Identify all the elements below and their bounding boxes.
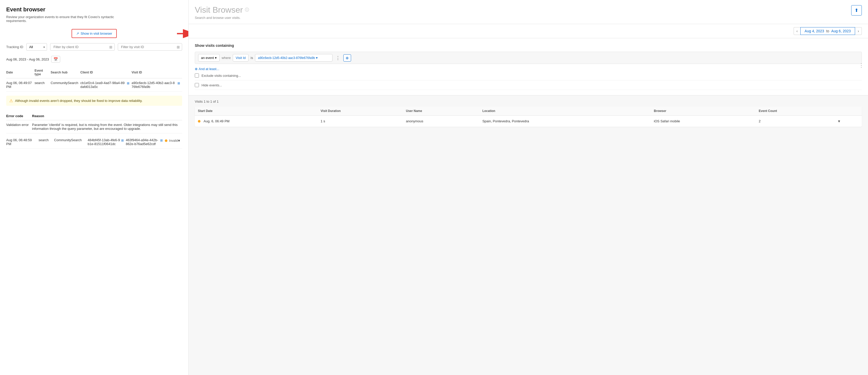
exclude-checkbox[interactable] bbox=[195, 74, 199, 78]
copy-client-id-icon[interactable]: ⊞ bbox=[127, 82, 129, 85]
where-label: where bbox=[222, 56, 231, 60]
visit-browser-title: Visit Browser ⓘ bbox=[195, 5, 249, 15]
event-table-2: Aug 06, 06:48:59 PM search CommunitySear… bbox=[6, 136, 182, 149]
and-at-least-row[interactable]: ⊕ And at least... bbox=[195, 67, 862, 71]
date-to: Aug 6, 2023 bbox=[831, 29, 851, 33]
table-row: Aug 06, 06:48:59 PM search CommunitySear… bbox=[6, 136, 182, 149]
external-link-icon: ↗ bbox=[76, 32, 79, 35]
right-header: Visit Browser ⓘ Search and browse user v… bbox=[189, 0, 868, 24]
col-search-hub: Search hub bbox=[51, 67, 80, 78]
cell-client-id-2: 484bf45f-13ab-4fe6-9b1e-81511f0641dc ⊞ bbox=[88, 136, 126, 149]
error-section: Error code Reason Validation error Param… bbox=[6, 112, 182, 134]
status-dot bbox=[165, 139, 167, 142]
copy-visit-id-icon-2[interactable]: ⊞ bbox=[160, 139, 163, 142]
exclude-label[interactable]: Exclude visits containing... bbox=[202, 74, 241, 78]
cell-search-hub-2: CommunitySearch bbox=[54, 136, 88, 149]
date-range-display: Aug 4, 2023 to Aug 6, 2023 bbox=[800, 27, 855, 35]
results-section: Visits 1 to 1 of 1 Start Date Visit Dura… bbox=[189, 95, 868, 375]
date-next-button[interactable]: › bbox=[855, 27, 862, 35]
visit-id-filter-input[interactable] bbox=[120, 44, 177, 51]
result-event-count: 2 bbox=[755, 116, 835, 127]
field-dropdown[interactable]: Visit Id bbox=[233, 54, 249, 62]
results-col-browser: Browser bbox=[651, 107, 755, 116]
exclude-checkbox-row: Exclude visits containing... bbox=[195, 71, 862, 81]
value-dropdown[interactable]: a90c6ecb-12d5-40b2-aac3-876fe676fa9b ▾ bbox=[255, 54, 333, 62]
panel-more-options-button[interactable]: ⋮ bbox=[859, 62, 864, 68]
result-expand-button[interactable]: ▾ bbox=[838, 119, 840, 124]
date-from: Aug 4, 2023 bbox=[805, 29, 824, 33]
client-filter-icon[interactable]: ⊞ bbox=[109, 45, 113, 49]
date-prev-button[interactable]: ‹ bbox=[794, 27, 800, 35]
more-options-button[interactable]: ⋮ bbox=[335, 55, 341, 61]
cell-visit-id: a90c6ecb-12d5-40b2-aac3-876fe676fa9b ⊞ bbox=[131, 78, 182, 91]
event-type-dropdown[interactable]: an event ▾ bbox=[198, 54, 220, 62]
hide-events-checkbox[interactable] bbox=[195, 83, 199, 87]
show-visit-btn-row: ↗ Show in visit browser bbox=[6, 29, 182, 38]
table-row: Aug 06, 06:49:07 PM search CommunitySear… bbox=[6, 78, 182, 91]
error-col-code: Error code bbox=[6, 112, 32, 120]
show-visit-btn-label: Show in visit browser bbox=[81, 32, 112, 35]
visit-browser-panel: Visit Browser ⓘ Search and browse user v… bbox=[189, 0, 868, 375]
value-dropdown-arrow: ▾ bbox=[316, 56, 318, 60]
filters-row: Tracking ID All ⊞ ⊞ bbox=[6, 43, 182, 51]
results-col-duration: Visit Duration bbox=[317, 107, 403, 116]
cell-date: Aug 06, 06:49:07 PM bbox=[6, 78, 35, 91]
show-visit-browser-button[interactable]: ↗ Show in visit browser bbox=[71, 29, 117, 38]
error-table: Error code Reason Validation error Param… bbox=[6, 112, 182, 134]
copy-client-id-icon-2[interactable]: ⊞ bbox=[121, 139, 124, 142]
expand-button[interactable]: ▾ bbox=[178, 138, 180, 143]
client-id-filter-input[interactable] bbox=[53, 44, 109, 51]
results-col-username: User Name bbox=[403, 107, 479, 116]
page-subtitle: Review your organization events to ensur… bbox=[6, 15, 135, 23]
result-duration: 1 s bbox=[317, 116, 403, 127]
status-label: Invalid bbox=[169, 139, 178, 143]
date-range-row: Aug 06, 2023 - Aug 06, 2023 📅 bbox=[6, 56, 182, 63]
results-count: Visits 1 to 1 of 1 bbox=[195, 99, 862, 104]
filter-condition-row: an event ▾ where Visit Id is a90c6ecb-12… bbox=[195, 52, 862, 64]
cell-client-id: cb1ef2c4-1ea9-4ad7-98a4-89dafd013a5c ⊞ bbox=[80, 78, 131, 91]
export-button[interactable]: ⬆ bbox=[851, 5, 862, 16]
add-filter-button[interactable]: ⊕ bbox=[343, 54, 351, 62]
page-title: Event browser bbox=[6, 6, 182, 13]
result-expand-cell: ▾ bbox=[835, 116, 862, 127]
hide-events-label[interactable]: Hide events... bbox=[202, 83, 222, 87]
event-browser-panel: Event browser Review your organization e… bbox=[0, 0, 189, 375]
result-browser: iOS Safari mobile bbox=[651, 116, 755, 127]
result-start-date: Aug. 6, 06:49 PM bbox=[195, 116, 317, 127]
date-nav-row: ‹ Aug 4, 2023 to Aug 6, 2023 › bbox=[189, 24, 868, 38]
copy-visit-id-icon[interactable]: ⊞ bbox=[178, 82, 180, 85]
results-table: Start Date Visit Duration User Name Loca… bbox=[195, 107, 862, 127]
visit-filter-icon[interactable]: ⊞ bbox=[177, 45, 180, 49]
results-col-start-date: Start Date bbox=[195, 107, 317, 116]
right-title-area: Visit Browser ⓘ Search and browse user v… bbox=[195, 5, 249, 20]
cell-visit-id-2: 463f9464-a94e-442b-862e-b76ad5e62cdf ⊞ bbox=[126, 136, 165, 149]
arrow-indicator bbox=[177, 29, 189, 38]
result-row: Aug. 6, 06:49 PM 1 s anonymous Spain, Po… bbox=[195, 116, 862, 127]
warning-box: ⚠ Although invalid events aren't dropped… bbox=[6, 96, 182, 106]
filter-value: a90c6ecb-12d5-40b2-aac3-876fe676fa9b bbox=[258, 56, 315, 60]
col-event-type: Event type bbox=[35, 67, 51, 78]
info-icon[interactable]: ⓘ bbox=[245, 7, 249, 13]
error-code: Validation error bbox=[6, 120, 32, 134]
calendar-button[interactable]: 📅 bbox=[51, 56, 60, 63]
visit-id-filter-wrap: ⊞ bbox=[118, 43, 182, 51]
export-icon: ⬆ bbox=[855, 7, 859, 13]
add-circle-icon: ⊕ bbox=[195, 67, 197, 71]
col-date: Date bbox=[6, 67, 35, 78]
date-to-separator: to bbox=[826, 29, 829, 33]
hide-events-checkbox-row: Hide events... bbox=[195, 81, 862, 90]
col-visit-id: Visit ID bbox=[131, 67, 182, 78]
tracking-id-select[interactable]: All bbox=[26, 43, 47, 51]
result-username: anonymous bbox=[403, 116, 479, 127]
result-status-dot bbox=[198, 120, 200, 123]
event-type-label: an event bbox=[201, 56, 214, 60]
cell-event-type: search bbox=[35, 78, 51, 91]
event-dropdown-arrow: ▾ bbox=[215, 56, 217, 60]
error-table-row: Validation error Parameter 'clientId' is… bbox=[6, 120, 182, 134]
operator-label: is bbox=[251, 56, 253, 60]
tracking-id-select-wrap[interactable]: All bbox=[26, 43, 47, 51]
event-table: Date Event type Search hub Client ID Vis… bbox=[6, 67, 182, 91]
cell-event-type-2: search bbox=[38, 136, 54, 149]
results-col-expand bbox=[835, 107, 862, 116]
and-at-least-label: And at least... bbox=[199, 67, 219, 71]
